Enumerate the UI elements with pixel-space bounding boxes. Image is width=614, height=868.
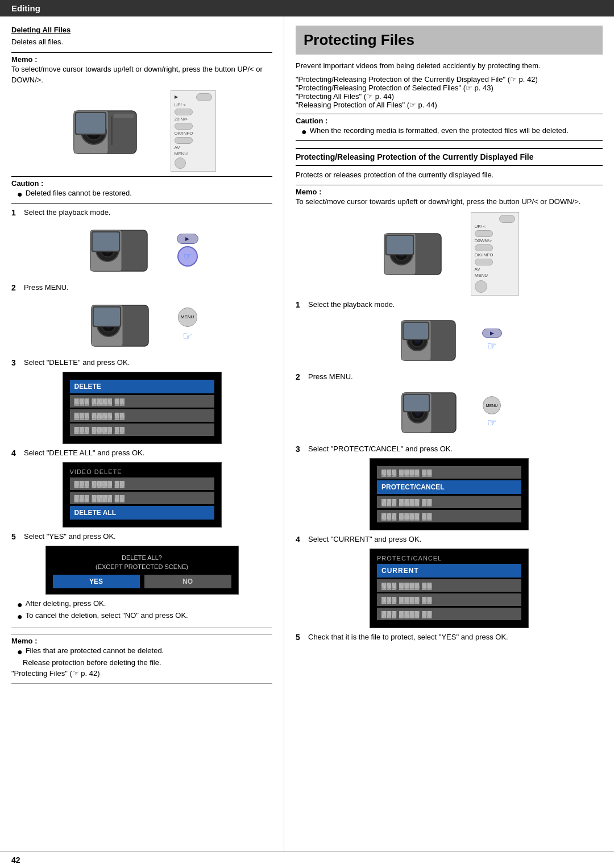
- protect-intro: Protects or releases protection of the c…: [296, 169, 603, 181]
- right-memo-text: To select/move cursor towards up/left or…: [296, 196, 603, 207]
- yes-button[interactable]: YES: [53, 575, 140, 588]
- bullet-dot: ●: [17, 646, 23, 657]
- left-section-title: Deleting All Files: [11, 26, 272, 34]
- step3-text: Select "DELETE" and press OK.: [24, 358, 272, 367]
- menu-item-delete-all: DELETE ALL: [70, 506, 214, 520]
- step4-text: Select "DELETE ALL" and press OK.: [24, 448, 272, 457]
- right-link-4: "Releasing Protection of All Files" (☞ p…: [296, 101, 603, 109]
- step-4: 4 Select "DELETE ALL" and press OK.: [11, 448, 272, 458]
- menu-screen-3: DELETE ALL? (EXCEPT PROTECTED SCENE) YES…: [45, 546, 239, 595]
- right-menu-protect-cancel: PROTECT/CANCEL: [377, 480, 521, 494]
- right-step2-camera: MENU ☞: [296, 386, 603, 440]
- svg-rect-22: [94, 308, 120, 326]
- step2-camera-diagram: MENU ☞: [11, 297, 272, 354]
- camera-svg-memo: [68, 99, 165, 162]
- right-column: Protecting Files Prevent important video…: [284, 16, 614, 852]
- bullet-dot: ●: [17, 599, 23, 610]
- step1-camera-svg: [86, 222, 171, 279]
- right-menu-item-2b: ▓▓▓ ▓▓▓▓ ▓▓: [377, 593, 521, 606]
- page: Editing Deleting All Files Deletes all f…: [0, 0, 614, 868]
- right-link-2: "Protecting/Releasing Protection of Sele…: [296, 84, 603, 92]
- menu-title-2: VIDEO DELETE: [70, 468, 214, 475]
- step-2: 2 Press MENU.: [11, 283, 272, 292]
- confirm-line2: (EXCEPT PROTECTED SCENE): [53, 563, 231, 570]
- menu-item-1c: ▓▓▓ ▓▓▓▓ ▓▓: [70, 423, 214, 436]
- memo-ref: "Protecting Files" (☞ p. 42): [11, 669, 272, 678]
- memo-bullet-text-1: Files that are protected cannot be delet…: [26, 646, 164, 655]
- caution-text-1: Deleted files cannot be restored.: [26, 189, 132, 197]
- caution-block-1: Caution : ● Deleted files cannot be rest…: [11, 176, 272, 203]
- right-s2-cam-svg: [397, 386, 477, 440]
- right-s2-cam-body: [397, 386, 477, 440]
- button-panel-memo: ▶ UP/ < 20IN/> OK/INFO: [171, 90, 216, 172]
- menu-item-1b: ▓▓▓ ▓▓▓▓ ▓▓: [70, 409, 214, 422]
- right-intro: Prevent important videos from being dele…: [296, 60, 603, 72]
- main-columns: Deleting All Files Deletes all files. Me…: [0, 16, 614, 852]
- camera-body-memo: [68, 99, 165, 162]
- menu-item-2a: ▓▓▓ ▓▓▓▓ ▓▓: [70, 477, 214, 490]
- menu-item-2b: ▓▓▓ ▓▓▓▓ ▓▓: [70, 492, 214, 504]
- right-menu-item-2c: ▓▓▓ ▓▓▓▓ ▓▓: [377, 608, 521, 620]
- svg-rect-29: [387, 236, 413, 254]
- right-link-3: "Protecting All Files" (☞ p. 44): [296, 92, 603, 101]
- separator-1: [11, 628, 272, 628]
- memo-sub-text: Release protection before deleting the f…: [11, 658, 272, 667]
- step2-text: Press MENU.: [24, 283, 272, 292]
- after-bullet-2: ● To cancel the deletion, select "NO" an…: [17, 611, 272, 622]
- right-caution-block: Caution : ● When the recording media is …: [296, 114, 603, 141]
- svg-rect-43: [404, 395, 429, 411]
- right-caution-label: Caution :: [296, 117, 603, 125]
- right-section-title: Protecting Files: [296, 26, 603, 55]
- protect-section-heading: Protecting/Releasing Protection of the C…: [296, 148, 603, 166]
- right-menu-screen-2: PROTECT/CANCEL CURRENT ▓▓▓ ▓▓▓▓ ▓▓ ▓▓▓ ▓…: [370, 549, 529, 628]
- caution-bullet-1: ● Deleted files cannot be restored.: [17, 189, 272, 200]
- memo-block-1: Memo : To select/move cursor towards up/…: [11, 52, 272, 86]
- deletes-all-text: Deletes all files.: [11, 36, 272, 48]
- step-1: 1 Select the playback mode.: [11, 208, 272, 217]
- step5-text: Select "YES" and press OK.: [24, 532, 272, 541]
- right-step5-text: Check that it is the file to protect, se…: [308, 633, 603, 641]
- right-button-panel: UP/ < D0WN/> OK/INFO AV MENU: [471, 212, 519, 296]
- memo-bullet-1: ● Files that are protected cannot be del…: [17, 646, 272, 657]
- svg-rect-15: [93, 232, 119, 251]
- memo-block-2: Memo : ● Files that are protected cannot…: [11, 634, 272, 678]
- after-bullet-text-2: To cancel the deletion, select "NO" and …: [26, 611, 188, 620]
- right-memo-label: Memo :: [296, 188, 603, 196]
- right-step-4: 4 Select "CURRENT" and press OK.: [296, 535, 603, 544]
- svg-rect-5: [111, 117, 113, 145]
- confirm-line1: DELETE ALL?: [53, 554, 231, 561]
- step1-camera: [86, 222, 171, 279]
- left-column: Deleting All Files Deletes all files. Me…: [0, 16, 284, 852]
- step1-camera-diagram: ▶ ☞: [11, 222, 272, 279]
- menu-screen-2: VIDEO DELETE ▓▓▓ ▓▓▓▓ ▓▓ ▓▓▓ ▓▓▓▓ ▓▓ DEL…: [63, 462, 222, 528]
- right-step-5: 5 Check that it is the file to protect, …: [296, 633, 603, 642]
- step1-text: Select the playback mode.: [24, 208, 272, 217]
- svg-rect-6: [114, 114, 134, 118]
- protect-section-title: Protecting/Releasing Protection of the C…: [296, 152, 534, 161]
- memo-label-1: Memo :: [11, 55, 272, 64]
- right-s1-cam-svg: [397, 314, 476, 368]
- step2-button-area: MENU ☞: [178, 308, 197, 343]
- right-step1-text: Select the playback mode.: [308, 300, 603, 309]
- right-s2-buttons: MENU ☞: [483, 396, 501, 429]
- right-step-1: 1 Select the playback mode.: [296, 300, 603, 309]
- menu-item-delete: DELETE: [70, 380, 214, 393]
- step-5: 5 Select "YES" and press OK.: [11, 532, 272, 541]
- step2-camera: [87, 297, 172, 354]
- btn-play-item: ▶ UP/ < 20IN/> OK/INFO: [171, 90, 216, 172]
- footer: 42: [0, 852, 614, 868]
- no-button[interactable]: NO: [144, 575, 231, 588]
- step1-button-area: ▶ ☞: [177, 234, 198, 267]
- page-number: 42: [11, 855, 20, 865]
- right-menu-item-1c: ▓▓▓ ▓▓▓▓ ▓▓: [377, 510, 521, 522]
- right-caution-bullet: ● When the recording media is formatted,…: [301, 126, 603, 137]
- right-menu-item-2a: ▓▓▓ ▓▓▓▓ ▓▓: [377, 579, 521, 592]
- right-s1-cam-body: [397, 314, 476, 368]
- memo-label-2: Memo :: [11, 637, 272, 645]
- header-bar: Editing: [0, 0, 614, 16]
- header-title: Editing: [11, 3, 40, 13]
- after-bullet-1: ● After deleting, press OK.: [17, 599, 272, 610]
- right-step3-text: Select "PROTECT/CANCEL" and press OK.: [308, 445, 603, 453]
- svg-rect-8: [76, 113, 105, 134]
- right-camera-memo: [380, 225, 465, 282]
